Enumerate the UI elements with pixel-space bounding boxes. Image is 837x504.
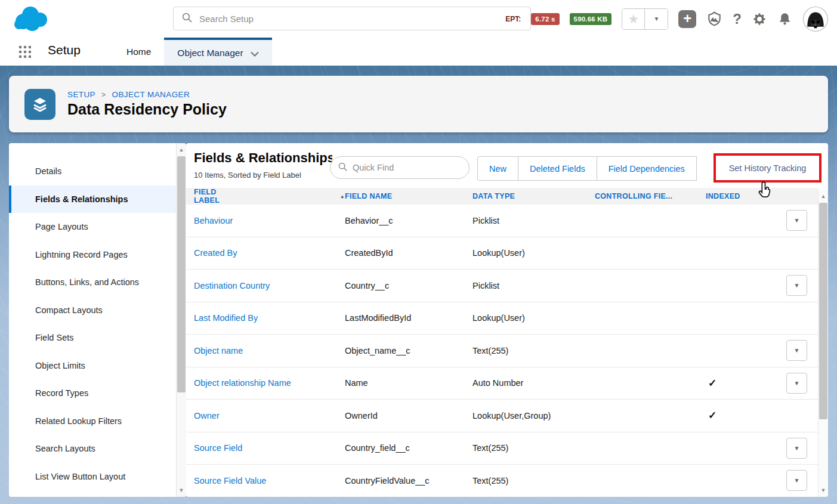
scroll-down-arrow-icon[interactable]: ▼ xyxy=(819,487,828,493)
tab-object-manager[interactable]: Object Manager xyxy=(164,38,271,66)
row-actions-dropdown-button[interactable]: ▼ xyxy=(786,438,807,459)
favorites-dropdown-button[interactable]: ▼ xyxy=(645,9,668,29)
fields-relationships-panel: Fields & Relationships 10 Items, Sorted … xyxy=(186,143,828,497)
set-history-tracking-button[interactable]: Set History Tracking xyxy=(716,156,819,180)
field-label-link[interactable]: Created By xyxy=(194,248,237,258)
table-row: Object relationship Name Name Auto Numbe… xyxy=(186,367,818,400)
column-field-name[interactable]: FIELD NAME xyxy=(345,192,472,200)
sidebar-item-compact-layouts[interactable]: Compact Layouts xyxy=(9,296,186,324)
table-row: Owner OwnerId Lookup(User,Group) ✓ xyxy=(186,400,818,432)
data-type-value: Lookup(User) xyxy=(472,248,595,258)
global-search-box[interactable] xyxy=(173,7,531,30)
salesforce-setup-page: EPT: 6.72 s 590.66 KB ★ ▼ + ? xyxy=(0,0,837,504)
quick-find-input[interactable] xyxy=(353,163,454,172)
column-data-type[interactable]: DATA TYPE xyxy=(472,192,595,200)
field-name-value: LastModifiedById xyxy=(345,313,472,323)
sidebar-item-buttons-links-and-actions[interactable]: Buttons, Links, and Actions xyxy=(9,268,186,296)
global-search-input[interactable] xyxy=(199,14,513,24)
scroll-up-arrow-icon[interactable]: ▲ xyxy=(177,147,186,153)
sidebar-item-search-layouts[interactable]: Search Layouts xyxy=(9,435,186,463)
data-type-value: Text(255) xyxy=(472,346,595,355)
notifications-bell-icon[interactable] xyxy=(777,11,792,26)
field-label-link[interactable]: Object relationship Name xyxy=(194,378,291,388)
sidebar-item-lightning-record-pages[interactable]: Lightning Record Pages xyxy=(9,241,186,269)
sidebar-item-page-layouts[interactable]: Page Layouts xyxy=(9,213,186,241)
search-icon xyxy=(182,13,192,25)
setup-nav-bar: Setup Home Object Manager xyxy=(0,38,837,66)
column-controlling-field[interactable]: CONTROLLING FIE... xyxy=(595,192,706,200)
breadcrumb-object-manager-link[interactable]: OBJECT MANAGER xyxy=(112,90,190,99)
setup-app-label: Setup xyxy=(48,43,113,66)
search-icon xyxy=(338,162,347,174)
trailhead-help-icon[interactable] xyxy=(706,11,722,27)
field-name-value: Object_name__c xyxy=(345,346,472,355)
field-name-value: Behavior__c xyxy=(345,216,472,225)
column-field-label[interactable]: FIELD LABEL ▲ xyxy=(194,188,345,205)
field-label-link[interactable]: Source Field xyxy=(194,443,242,453)
scrollbar-thumb[interactable] xyxy=(177,156,186,392)
field-name-value: Country_field__c xyxy=(345,443,472,453)
sort-ascending-icon: ▲ xyxy=(340,194,345,199)
table-header-row: FIELD LABEL ▲ FIELD NAME DATA TYPE CONTR… xyxy=(186,188,818,205)
field-label-link[interactable]: Object name xyxy=(194,346,243,355)
panel-title: Fields & Relationships xyxy=(194,150,332,166)
data-type-value: Text(255) xyxy=(472,476,595,486)
table-row: Source Field Value CountryFieldValue__c … xyxy=(186,465,818,497)
add-favorite-button[interactable]: + xyxy=(678,10,696,28)
object-sidebar: Details Fields & Relationships Page Layo… xyxy=(9,143,186,497)
ept-label: EPT: xyxy=(505,15,521,23)
salesforce-logo-icon xyxy=(11,4,52,36)
data-type-value: Picklist xyxy=(472,216,595,225)
deleted-fields-button[interactable]: Deleted Fields xyxy=(518,157,597,180)
scrollbar-thumb[interactable] xyxy=(819,203,827,419)
favorites-control: ★ ▼ xyxy=(622,8,668,30)
sidebar-item-related-lookup-filters[interactable]: Related Lookup Filters xyxy=(9,407,186,435)
global-header: EPT: 6.72 s 590.66 KB ★ ▼ + ? xyxy=(0,0,837,38)
row-actions-dropdown-button[interactable]: ▼ xyxy=(786,470,807,491)
field-label-link[interactable]: Last Modified By xyxy=(194,313,258,323)
favorite-star-button[interactable]: ★ xyxy=(622,9,645,29)
table-row: Destination Country Country__c Picklist … xyxy=(186,270,818,302)
scroll-up-arrow-icon[interactable]: ▲ xyxy=(819,193,828,199)
field-label-link[interactable]: Destination Country xyxy=(194,281,270,290)
breadcrumb-setup-link[interactable]: SETUP xyxy=(67,90,95,99)
object-header-card: SETUP > OBJECT MANAGER Data Residency Po… xyxy=(9,76,828,132)
field-label-link[interactable]: Behaviour xyxy=(194,216,233,225)
field-label-link[interactable]: Owner xyxy=(194,411,220,420)
page-title: Data Residency Policy xyxy=(67,101,227,118)
new-button[interactable]: New xyxy=(478,157,518,180)
field-dependencies-button[interactable]: Field Dependencies xyxy=(597,157,697,180)
data-type-value: Picklist xyxy=(472,281,595,290)
quick-find-box[interactable] xyxy=(330,156,470,179)
data-type-value: Lookup(User,Group) xyxy=(472,411,595,420)
sidebar-item-object-limits[interactable]: Object Limits xyxy=(9,352,186,380)
field-label-link[interactable]: Source Field Value xyxy=(194,476,266,486)
table-row: Source Field Country_field__c Text(255) … xyxy=(186,432,818,465)
sidebar-item-record-types[interactable]: Record Types xyxy=(9,379,186,407)
sidebar-item-details[interactable]: Details xyxy=(9,157,186,185)
chevron-down-icon xyxy=(251,48,259,59)
setup-gear-icon[interactable] xyxy=(752,11,767,27)
user-avatar[interactable] xyxy=(802,6,829,32)
row-actions-dropdown-button[interactable]: ▼ xyxy=(786,275,807,296)
sidebar-scrollbar[interactable]: ▲ ▼ xyxy=(176,143,186,497)
object-manager-icon xyxy=(24,89,55,120)
data-type-value: Auto Number xyxy=(472,378,595,388)
table-scrollbar[interactable]: ▲ ▼ xyxy=(818,190,828,497)
help-icon[interactable]: ? xyxy=(733,11,742,27)
tab-home[interactable]: Home xyxy=(113,38,164,66)
row-actions-dropdown-button[interactable]: ▼ xyxy=(786,210,807,231)
field-name-value: Country__c xyxy=(345,281,472,290)
scroll-down-arrow-icon[interactable]: ▼ xyxy=(177,487,186,493)
sidebar-item-list-view-button-layout[interactable]: List View Button Layout xyxy=(9,463,186,491)
row-actions-dropdown-button[interactable]: ▼ xyxy=(786,373,807,394)
field-name-value: CreatedById xyxy=(345,248,472,258)
table-row: Created By CreatedById Lookup(User) xyxy=(186,237,818,270)
app-launcher-icon[interactable] xyxy=(18,45,31,58)
row-actions-dropdown-button[interactable]: ▼ xyxy=(786,340,807,361)
sidebar-item-field-sets[interactable]: Field Sets xyxy=(9,324,186,352)
sidebar-item-fields-relationships[interactable]: Fields & Relationships xyxy=(9,185,186,214)
field-name-value: CountryFieldValue__c xyxy=(345,476,472,486)
indexed-checkmark-icon: ✓ xyxy=(708,410,716,421)
table-row: Behaviour Behavior__c Picklist ▼ xyxy=(186,205,818,237)
